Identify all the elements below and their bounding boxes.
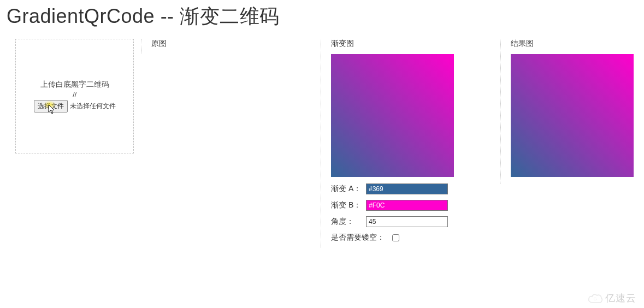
result-preview [511, 54, 634, 177]
hollow-row: 是否需要镂空： [331, 233, 491, 242]
angle-label: 角度： [331, 217, 363, 227]
choose-file-button[interactable]: 选择文件 [34, 100, 68, 112]
color-a-row: 渐变 A： [331, 183, 491, 194]
color-b-row: 渐变 B： [331, 200, 491, 211]
main-columns: 上传白底黑字二维码 // 选择文件 未选择任何文件 原图 渐变图 渐变 A： 渐… [0, 35, 644, 251]
upload-label: 上传白底黑字二维码 [40, 80, 109, 90]
hollow-label: 是否需要镂空： [331, 233, 385, 242]
color-a-label: 渐变 A： [331, 184, 363, 194]
gradient-preview [331, 54, 454, 177]
gradient-label: 渐变图 [331, 39, 491, 49]
original-label: 原图 [151, 39, 311, 49]
result-column: 结果图 [500, 39, 639, 183]
original-column: 原图 [141, 39, 321, 54]
upload-column: 上传白底黑字二维码 // 选择文件 未选择任何文件 [5, 39, 141, 153]
color-b-label: 渐变 B： [331, 200, 363, 210]
color-a-input[interactable] [366, 183, 448, 194]
gradient-column: 渐变图 渐变 A： 渐变 B： 角度： 是否需要镂空： [321, 39, 500, 248]
result-label: 结果图 [511, 39, 629, 49]
angle-row: 角度： [331, 216, 491, 227]
upload-slashes: // [73, 91, 76, 99]
angle-input[interactable] [366, 216, 448, 227]
hollow-checkbox[interactable] [392, 234, 399, 241]
page-title: GradientQrCode -- 渐变二维码 [0, 0, 644, 35]
file-input-row: 选择文件 未选择任何文件 [34, 100, 116, 112]
upload-dropzone[interactable]: 上传白底黑字二维码 // 选择文件 未选择任何文件 [15, 39, 134, 153]
file-status-text: 未选择任何文件 [70, 102, 116, 111]
color-b-input[interactable] [366, 200, 448, 211]
